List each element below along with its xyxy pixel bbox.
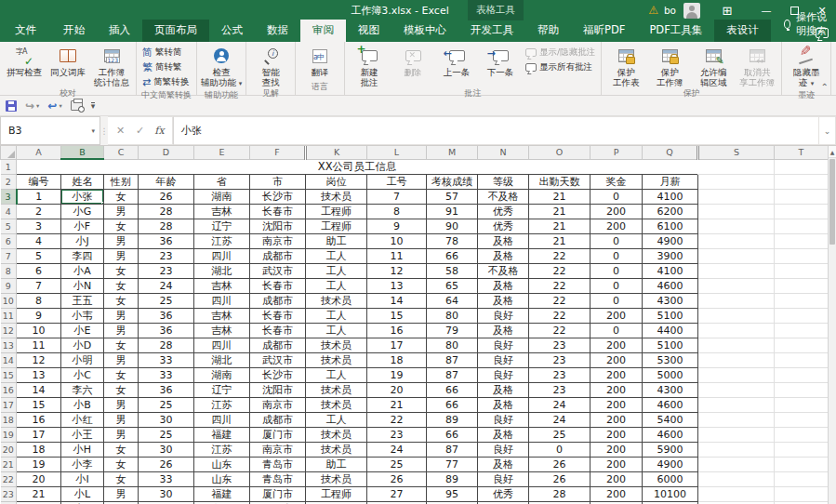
cell[interactable]: 女 [104,383,139,398]
cell[interactable] [698,398,775,413]
cell[interactable]: 及格 [478,398,529,413]
cell[interactable] [698,234,775,249]
column-header-B[interactable]: B [61,146,104,159]
column-header-C[interactable]: C [104,146,139,159]
cell[interactable]: 优秀 [478,205,529,219]
cell[interactable]: 四川 [194,338,250,353]
cell[interactable]: 22 [529,249,591,264]
cell[interactable] [775,324,829,338]
cell[interactable]: 28 [139,219,194,234]
cell[interactable]: 33 [139,368,194,383]
user-name[interactable]: bo [664,5,676,16]
scroll-up-icon[interactable]: ▲ [829,146,836,158]
cell[interactable]: 李六 [61,383,104,398]
cell[interactable]: 200 [591,443,643,458]
cell[interactable]: 技术员 [306,472,367,487]
cell[interactable] [698,249,775,264]
cell[interactable]: 小G [61,205,104,219]
cell[interactable]: 19 [17,458,61,472]
enter-entry-icon[interactable]: ✓ [131,125,149,137]
cell[interactable]: 6100 [643,219,698,234]
header-cell[interactable]: 省 [194,175,250,190]
cell[interactable]: 5400 [643,413,698,428]
cell[interactable]: 14 [367,294,427,309]
cell[interactable]: 9 [17,309,61,324]
cell[interactable]: 4600 [643,398,698,413]
cell[interactable]: 湖北 [194,353,250,368]
cell[interactable]: 成都市 [250,413,306,428]
cell[interactable]: 及格 [478,249,529,264]
cell[interactable]: 不及格 [478,264,529,279]
cell[interactable] [698,353,775,368]
row-header-11[interactable]: 11 [1,309,17,324]
column-header-E[interactable]: E [194,146,250,159]
cell[interactable]: 18 [367,353,427,368]
row-header-15[interactable]: 15 [1,368,17,383]
cell[interactable]: 200 [591,219,643,234]
cell[interactable]: 工人 [306,324,367,338]
cell[interactable] [775,353,829,368]
header-cell[interactable]: 出勤天数 [529,175,591,190]
cell[interactable]: 25 [529,428,591,443]
cell[interactable]: 助工 [306,458,367,472]
ribbon-button-trad-to-simp[interactable]: 简繁转简 [139,46,192,60]
cell[interactable]: 男 [104,249,139,264]
cell[interactable]: 小I [61,472,104,487]
header-cell[interactable]: 奖金 [591,175,643,190]
cell[interactable]: 22 [529,279,591,294]
row-header-20[interactable]: 20 [1,443,17,458]
cell[interactable]: 64 [427,294,478,309]
cell[interactable]: 20 [367,383,427,398]
cell[interactable]: 16 [17,413,61,428]
cell[interactable]: 山东 [194,458,250,472]
cell[interactable]: 10100 [643,487,698,502]
cell[interactable]: 12 [17,353,61,368]
ribbon-display-options-icon[interactable]: ⊞ [713,0,741,20]
ribbon-button-spell-check[interactable]: 拼写检查 [3,44,46,87]
cell[interactable]: 36 [139,309,194,324]
tab-insert[interactable]: 插入 [97,20,142,42]
cell[interactable]: 23 [529,338,591,353]
row-header-3[interactable]: 3 [1,190,17,205]
cell[interactable]: 技术员 [306,443,367,458]
cell[interactable]: 7 [17,279,61,294]
cell[interactable]: 23 [529,383,591,398]
fill-handle[interactable] [101,202,104,205]
cell[interactable]: 15 [17,398,61,413]
tab-table-design[interactable]: 表设计 [714,20,771,42]
cell[interactable]: 李四 [61,249,104,264]
cell[interactable] [775,487,829,502]
tab-home[interactable]: 开始 [51,20,97,42]
ribbon-button-workbook-stats[interactable]: 工作簿统计信息 [90,44,133,87]
cell[interactable]: 91 [427,205,478,219]
column-header-Q[interactable]: Q [643,146,698,159]
cell[interactable]: 女 [104,443,139,458]
cell[interactable]: 技术员 [306,428,367,443]
row-header-19[interactable]: 19 [1,428,17,443]
cell[interactable]: 武汉市 [250,264,306,279]
cell[interactable]: 0 [591,234,643,249]
cell[interactable]: 17 [367,338,427,353]
cell[interactable]: 200 [591,383,643,398]
vertical-scrollbar[interactable]: ▲ [828,146,836,504]
cell[interactable]: 男 [104,324,139,338]
cell[interactable]: 小A [61,264,104,279]
cell[interactable]: 200 [591,487,643,502]
cell[interactable]: 小C [61,368,104,383]
cell[interactable]: 25 [139,428,194,443]
cancel-entry-icon[interactable]: ✕ [112,125,129,137]
cell[interactable]: 小F [61,219,104,234]
cell[interactable]: 工程师 [306,487,367,502]
column-header-P[interactable]: P [591,146,643,159]
cell[interactable]: 技术员 [306,294,367,309]
insert-function-icon[interactable]: fx [151,125,168,137]
header-cell[interactable]: 姓名 [61,175,104,190]
tab-dev-tools[interactable]: 开发工具 [458,20,525,42]
cell[interactable]: 工人 [306,368,367,383]
cell[interactable]: 吉林 [194,324,250,338]
cell[interactable]: 福建 [194,487,250,502]
cell[interactable]: 87 [427,368,478,383]
cell[interactable]: 25 [139,398,194,413]
cell[interactable] [698,190,775,205]
cell[interactable]: 13 [367,279,427,294]
